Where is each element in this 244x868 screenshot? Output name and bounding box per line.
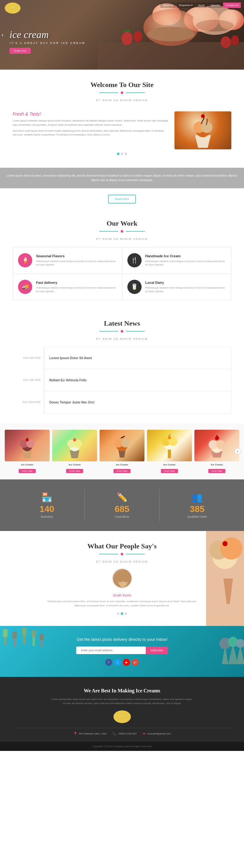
- work-icon-delivery: 🚚: [18, 280, 32, 294]
- nav-about[interactable]: About Us: [160, 3, 176, 8]
- nav-specials[interactable]: Specials: [208, 3, 222, 8]
- work-text-2: Fast delivery Pellentesque habitant morb…: [36, 281, 117, 293]
- svg-rect-50: [32, 630, 36, 637]
- svg-point-30: [209, 440, 217, 449]
- copyright-bar: Copyright © 2018 Company name All rights…: [0, 742, 244, 751]
- work-title-0: Seasonal Flavors: [36, 254, 117, 258]
- gallery-btn-4[interactable]: Order Now: [208, 469, 225, 473]
- news-title: Latest News: [13, 319, 231, 328]
- svg-rect-0: [98, 42, 244, 70]
- avatar-face: [113, 569, 132, 588]
- work-divider-line-left: [99, 231, 118, 231]
- copyright-text: Copyright © 2018 Company name All rights…: [92, 745, 152, 748]
- carousel-dot-3[interactable]: [125, 153, 127, 155]
- stat-divider-1: [159, 489, 160, 522]
- facebook-icon[interactable]: f: [105, 659, 112, 666]
- nav-contact[interactable]: Contact Us: [223, 3, 241, 8]
- gallery-label-1: Ice Cream: [52, 463, 97, 466]
- gallery-btn-1[interactable]: Order Now: [66, 469, 83, 473]
- footer-logo[interactable]: 🍦: [113, 710, 131, 723]
- gallery-btn-2[interactable]: Order Now: [113, 469, 131, 473]
- svg-point-20: [73, 438, 76, 441]
- testimonial-dot-2[interactable]: [125, 612, 127, 615]
- svg-point-31: [216, 440, 225, 449]
- svg-point-32: [215, 436, 219, 440]
- hero-cta-button[interactable]: Order Now: [9, 48, 31, 54]
- carousel-dot-1[interactable]: [117, 153, 119, 155]
- testimonial-side-image: [206, 531, 244, 626]
- gallery-label-4: Ice Cream: [195, 463, 239, 466]
- work-text-1: Handmade Ice Cream Pellentesque habitant…: [145, 254, 226, 267]
- googleplus-icon[interactable]: g+: [132, 659, 139, 666]
- svg-point-8: [231, 35, 239, 45]
- stat-divider-0: [84, 489, 85, 522]
- work-desc-1: Pellentesque habitant morbi tristique se…: [145, 259, 226, 267]
- nav-dropdown[interactable]: Dropdown ▾: [176, 3, 195, 8]
- svg-point-6: [133, 31, 142, 42]
- divider-line-left: [99, 92, 118, 93]
- news-item-title-2: Donec Tempor Justo Nec Orci: [49, 401, 95, 404]
- nav-bar: About Us Dropdown ▾ Home Specials Contac…: [157, 0, 244, 10]
- news-date-2: June 22nd 2018: [13, 391, 44, 413]
- test-divider-dot: [121, 553, 123, 555]
- nav-home[interactable]: Home: [196, 3, 207, 8]
- news-item-0[interactable]: Lorem Ipsum Dolor Sit Amet: [44, 347, 231, 369]
- gallery-sundae-0: [5, 430, 49, 461]
- youtube-icon[interactable]: ▶: [123, 659, 130, 666]
- newsletter-title: Get the latest posts delivery directly t…: [13, 637, 231, 642]
- stat-label-0: Branches: [16, 515, 78, 518]
- newsletter-email-input[interactable]: [76, 647, 146, 654]
- hero-text-block: ice cream IT'S A GREAT DAY FOR ICE CREAM…: [9, 29, 85, 54]
- hero-prev-arrow[interactable]: ‹: [2, 32, 3, 38]
- newsletter-submit-button[interactable]: Subscribe: [146, 647, 168, 654]
- svg-point-48: [236, 639, 244, 648]
- site-logo[interactable]: 🍦: [5, 3, 21, 13]
- carousel-dot-2[interactable]: [121, 153, 123, 155]
- latest-news-section: Latest News ET ENIM AD MINIM VENIAM June…: [0, 310, 244, 424]
- gallery-item-4: Ice Cream Order Now: [195, 430, 239, 473]
- svg-point-28: [168, 436, 171, 439]
- svg-point-12: [201, 114, 205, 118]
- work-title-1: Handmade Ice Cream: [145, 254, 226, 258]
- social-icons: f t ▶ g+: [13, 659, 231, 666]
- testimonial-dot-1[interactable]: [121, 612, 123, 615]
- our-work-subtitle: ET ENIM AD MINIM VENIAM: [13, 237, 231, 241]
- work-item-0: 🍦 Seasonal Flavors Pellentesque habitant…: [13, 247, 122, 273]
- flavors-image: [174, 112, 231, 149]
- footer-phone: 📞 +6400-1234-567: [112, 732, 137, 736]
- svg-point-2: [147, 27, 195, 41]
- gallery-next-arrow[interactable]: ›: [235, 448, 241, 455]
- footer-phone-text: +6400-1234-567: [118, 732, 137, 735]
- testimonial-dot-0[interactable]: [117, 612, 119, 615]
- hero-title: ice cream: [9, 29, 85, 40]
- welcome-divider: [6, 91, 238, 94]
- flavors-para-2: Sed lorem amet ipsum dolor sit amet null…: [13, 129, 168, 137]
- gray-banner-text: Lorem ipsum dolor sit amet, consectetur …: [6, 174, 238, 183]
- svg-point-4: [196, 20, 234, 32]
- work-icon-handmade: 🍴: [127, 253, 142, 268]
- gallery-btn-3[interactable]: Order Now: [161, 469, 178, 473]
- gallery-item-1: Ice Cream Order Now: [52, 430, 97, 473]
- read-more-button[interactable]: Read More: [108, 195, 136, 204]
- testimonial-section: What Our People Say's ET ENIM AD MINIM V…: [0, 531, 244, 626]
- svg-point-37: [222, 541, 228, 546]
- svg-rect-41: [3, 629, 8, 637]
- svg-point-5: [121, 32, 132, 45]
- newsletter-section: Get the latest posts delivery directly t…: [0, 626, 244, 677]
- twitter-icon[interactable]: t: [114, 659, 121, 666]
- svg-rect-45: [22, 627, 27, 636]
- stat-label-1: Food Items: [91, 515, 153, 518]
- news-item-title-1: Nullam Eu Vehicula Felis: [49, 378, 86, 382]
- work-grid: 🍦 Seasonal Flavors Pellentesque habitant…: [13, 247, 231, 300]
- gallery-btn-0[interactable]: Order Now: [19, 469, 36, 473]
- work-divider-dot: [121, 230, 123, 232]
- hero-section: 🍦 About Us Dropdown ▾ Home Specials Cont…: [0, 0, 244, 70]
- gallery-label-0: Ice Cream: [5, 463, 49, 466]
- gallery-sundae-1: [52, 430, 97, 461]
- testimonial-title: What Our People Say's: [13, 542, 231, 550]
- news-item-2[interactable]: Donec Tempor Justo Nec Orci: [44, 392, 231, 413]
- work-item-1: 🍴 Handmade Ice Cream Pellentesque habita…: [122, 247, 231, 273]
- work-desc-0: Pellentesque habitant morbi tristique se…: [36, 259, 117, 267]
- footer-address-text: 345 Salewart natur, USA: [79, 732, 106, 735]
- news-item-1[interactable]: Nullam Eu Vehicula Felis: [44, 369, 231, 392]
